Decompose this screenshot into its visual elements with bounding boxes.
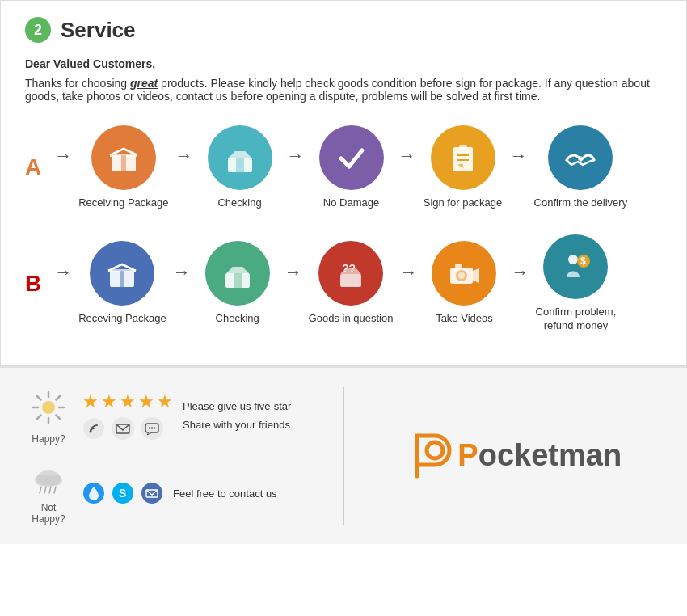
checking-a-icon [208, 125, 272, 190]
greeting-text: Dear Valued Customers, [25, 57, 155, 70]
svg-point-34 [90, 431, 92, 433]
svg-point-52 [141, 483, 162, 504]
svg-rect-6 [459, 145, 467, 150]
svg-point-9 [578, 156, 583, 161]
section-number: 2 [25, 17, 51, 43]
svg-point-44 [46, 475, 62, 486]
svg-rect-35 [112, 417, 134, 440]
svg-text:??: ?? [342, 262, 356, 275]
arrow-b4: → [511, 262, 529, 283]
arrow-b2: → [284, 262, 302, 283]
svg-line-48 [54, 487, 56, 493]
svg-rect-14 [234, 273, 242, 288]
stars-row: ★ ★ ★ ★ ★ [82, 391, 173, 412]
svg-point-19 [458, 272, 465, 279]
contact-label: Feel free to contact us [173, 487, 277, 500]
flow-row-b: B → Receving Package → [25, 234, 662, 333]
videos-icon [432, 241, 496, 306]
star-5: ★ [157, 391, 173, 412]
flow-item-checking-b: Checking [197, 241, 278, 326]
flow-row-a: A → Receiving Package → [25, 125, 662, 210]
arrow-a1: → [175, 146, 193, 167]
flow-item-refund: $ Confirm problem,refund money [535, 234, 616, 333]
arrow-b0: → [54, 262, 72, 283]
flow-label-goods: Goods in question [309, 312, 394, 326]
pocketman-logo: Pocketman [409, 428, 622, 484]
arrow-b3: → [399, 262, 417, 283]
refund-icon: $ [543, 234, 608, 299]
svg-line-30 [57, 415, 61, 419]
water-icon [82, 482, 105, 504]
flow-label-checking-b: Checking [216, 312, 259, 326]
flow-label-nodamage: No Damage [323, 196, 379, 210]
star-4: ★ [138, 391, 154, 412]
happy-label: Happy? [24, 433, 73, 445]
svg-line-31 [57, 396, 61, 400]
svg-rect-20 [455, 264, 462, 268]
flow-item-goods: ?? Goods in question [309, 241, 394, 326]
receving-icon [90, 241, 154, 306]
svg-point-39 [149, 427, 150, 428]
svg-line-47 [49, 487, 51, 493]
skype-icon: S [112, 482, 134, 504]
cloud-icon: Not Happy? [24, 462, 73, 525]
flow-label-refund: Confirm problem,refund money [536, 306, 617, 333]
confirm-a-icon [548, 125, 613, 190]
not-happy-label: Not Happy? [24, 502, 73, 525]
receiving-icon [91, 125, 156, 190]
svg-line-46 [44, 487, 46, 493]
mail-icon [141, 482, 163, 504]
svg-rect-12 [120, 271, 124, 287]
flow-item-nodamage: No Damage [311, 125, 392, 210]
svg-point-41 [154, 427, 155, 428]
sign-icon [431, 125, 495, 190]
nodamage-icon [319, 125, 384, 190]
pocketman-text: Pocketman [457, 438, 622, 473]
contact-icons: S [82, 482, 163, 504]
flow-label-receiving: Receiving Package [78, 196, 168, 210]
goods-icon: ?? [318, 241, 383, 306]
svg-rect-15 [340, 274, 361, 287]
arrow-b1: → [173, 262, 191, 283]
envelope-icon [112, 417, 134, 440]
happy-row: Happy? ★ ★ ★ ★ ★ [24, 387, 319, 445]
pocketman-p-logo [409, 428, 457, 484]
star-1: ★ [82, 391, 99, 412]
star-2: ★ [101, 391, 117, 412]
phone-waves-icon [82, 417, 105, 440]
svg-point-54 [427, 442, 443, 458]
chat-icon [141, 417, 163, 440]
flow-label-receving: Receving Package [78, 312, 166, 326]
svg-rect-4 [236, 158, 244, 172]
svg-line-29 [37, 396, 41, 400]
flow-item-receiving: Receiving Package [78, 125, 168, 210]
arrow-a2: → [287, 146, 305, 167]
svg-line-32 [37, 415, 41, 419]
flow-label-confirm-a: Confirm the delivery [534, 196, 628, 210]
flow-label-sign: Sign for package [424, 196, 503, 210]
checking-b-icon [205, 241, 270, 306]
intro-paragraph: Thanks for choosing great products. Plea… [25, 77, 662, 103]
arrow-a0: → [54, 146, 72, 167]
flow-item-confirm-a: Confirm the delivery [534, 125, 628, 210]
flow-item-videos: Take Videos [424, 241, 504, 326]
bottom-left: Happy? ★ ★ ★ ★ ★ [24, 387, 344, 525]
flow-letter-a: A [25, 154, 41, 180]
svg-text:S: S [119, 487, 126, 500]
arrow-a4: → [510, 146, 528, 167]
arrow-a3: → [398, 146, 416, 167]
svg-point-40 [151, 427, 153, 428]
bottom-section: Happy? ★ ★ ★ ★ ★ [0, 366, 687, 544]
flow-item-sign: Sign for package [423, 125, 504, 210]
flow-label-checking-a: Checking [217, 196, 261, 210]
not-happy-row: Not Happy? S Fee [24, 462, 319, 525]
stars-label: Please give us five-star Share with your… [183, 400, 291, 431]
flow-label-videos: Take Videos [436, 312, 493, 326]
svg-point-24 [42, 401, 55, 414]
star-3: ★ [120, 391, 136, 412]
svg-point-21 [568, 255, 578, 264]
svg-rect-2 [121, 155, 126, 171]
flow-letter-b: B [25, 271, 41, 297]
social-icons-share [82, 417, 173, 440]
svg-line-45 [40, 487, 41, 493]
